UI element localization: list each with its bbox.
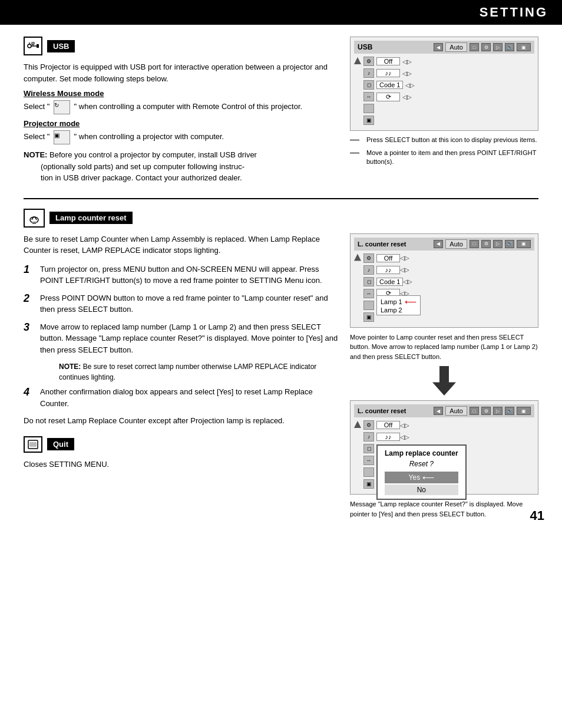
projector-text: Select " ▣ " when controlling a projecto… [24,130,338,144]
quit-description: Closes SETTING MENU. [24,459,338,470]
row-icon-2: ♪ [363,68,374,78]
down-arrow-block [350,366,538,396]
ld1-icon-3: ⚙ [481,240,491,248]
ld1-icon-1: ◀ [434,240,443,248]
step-1: 1 Turn projector on, press MENU button a… [24,263,338,286]
lamp-section: Lamp counter reset Be sure to reset Lamp… [24,209,538,524]
reset-dialog-title: Lamp replace counter [385,449,458,457]
svg-rect-5 [32,42,34,44]
step-2: 2 Press POINT DOWN button to move a red … [24,292,338,315]
lamp-diagram-1: L. counter reset ◀ Auto □ ⚙ ▷ 🔊 ▣ [350,233,538,328]
note-3-label: NOTE: [59,363,81,371]
reset-dialog: Lamp replace counter Reset ? Yes ⟵ No [376,444,467,500]
lamp-diagram-1-header: L. counter reset ◀ Auto □ ⚙ ▷ 🔊 ▣ [354,238,534,251]
ld1-r5-icon [363,301,374,310]
ld1-icon-4: ▷ [493,240,503,248]
ld1-r1-val: Off [376,254,400,262]
wireless-mouse-icon: ↻ [54,100,70,114]
svg-point-0 [28,44,31,48]
auto-badge: Auto [445,42,467,52]
quit-section: Quit Closes SETTING MENU. [24,436,338,470]
wireless-text: Select " ↻ " when controlling a computer… [24,100,338,114]
diagram-icon-4: ▷ [493,43,503,51]
svg-rect-8 [32,223,36,224]
step-4-text: Another confirmation dialog box appears … [40,386,338,409]
row-arrow-4: ◁▷ [402,94,412,100]
usb-diagram-label: USB [358,43,431,51]
ld2-r2-val: ♪♪ [376,433,400,441]
lamp-intro: Be sure to reset Lamp Counter when Lamp … [24,233,338,256]
diagram-icon-6: ▣ [517,43,531,51]
quit-title-box: Quit [24,436,74,453]
ld2-auto: Auto [445,406,467,416]
usb-row-1: ⚙ Off ◁▷ [363,56,534,67]
diagram-icon-1: ◀ [434,43,443,51]
lamp-title-box: Lamp counter reset [24,209,133,228]
step-4: 4 Another confirmation dialog box appear… [24,386,338,409]
ld1-r4-icon: ↔ [363,289,374,298]
ld1-row-3: ◻ Code 1 ◁▷ [363,276,534,287]
note-3: NOTE: Be sure to reset correct lamp numb… [24,361,338,383]
lamp-diagram-2-header: L. counter reset ◀ Auto □ ⚙ ▷ 🔊 ▣ [354,404,534,417]
note-label: NOTE: [24,150,47,159]
usb-right-col: USB ◀ Auto □ ⚙ ▷ 🔊 ▣ [350,37,538,189]
ld1-r3-val: Code 1 [376,278,403,286]
ld2-r1-icon: ⚙ [363,420,374,430]
big-down-arrow [432,366,456,396]
diagram-icon-3: ⚙ [481,43,491,51]
ld2-icon-4: ▷ [493,407,503,415]
row-arrow-3: ◁▷ [405,82,415,88]
row-val-2: ♪♪ [376,69,400,77]
row-icon-1: ⚙ [363,57,374,66]
header-title: SETTING [480,5,548,19]
note-3-text: Be sure to reset correct lamp number oth… [59,363,316,381]
ld2-icon-6: ▣ [517,407,531,415]
ld2-icon-2: □ [470,407,479,415]
row-icon-5 [363,104,374,113]
ld1-icon-5: 🔊 [505,240,514,248]
lamp-footer: Do not reset Lamp Replace Counter except… [24,415,338,427]
ld1-row-6: ▣ [363,312,534,322]
row-arrow-2: ◁▷ [402,70,412,77]
quit-icon [24,436,42,453]
step-4-num: 4 [24,386,34,399]
callout-2-line: — Move a pointer to item and then press … [350,149,538,167]
ld2-row-5: Lamp replace counter Reset ? Yes ⟵ No [363,467,534,477]
usb-left-col: USB This Projector is equipped with USB … [24,37,338,189]
row-arrow-1: ◁▷ [402,58,412,65]
lamp-left-col: Be sure to reset Lamp Counter when Lamp … [24,233,338,524]
usb-row-5 [363,103,534,114]
usb-row-2: ♪ ♪♪ ◁▷ [363,68,534,78]
ld1-icon-2: □ [470,240,479,248]
lamp-d2-note: Message "Lamp replace counter Reset?" is… [350,499,538,519]
row-val-3: Code 1 [376,81,403,89]
callout-2-text: Move a pointer to item and then press PO… [366,149,538,167]
usb-note: NOTE: Before you control a projector by … [24,149,338,184]
ld2-r2-icon: ♪ [363,432,374,442]
ld2-icon-3: ⚙ [481,407,491,415]
diagram-icon-5: 🔊 [505,43,514,51]
lamp-diagram-1-body: ⚙ Off ◁▷ ♪ ♪♪ ◁▷ ◻ Code 1 [354,253,534,324]
ld2-r3-icon: ◻ [363,444,374,453]
ld2-icon-1: ◀ [434,407,443,415]
ld2-r5-icon [363,467,374,477]
lamp-d2-rows: ⚙ Off ◁▷ ♪ ♪♪ ◁▷ ◻ Code 1 [363,420,534,490]
usb-row-4: ↔ ⟳ ◁▷ [363,91,534,102]
lamp-d1-rows: ⚙ Off ◁▷ ♪ ♪♪ ◁▷ ◻ Code 1 [363,253,534,324]
row-icon-6: ▣ [363,116,374,125]
svg-rect-2 [37,44,39,48]
ld1-row-2: ♪ ♪♪ ◁▷ [363,265,534,275]
lamp-1-option: Lamp 1 ⟵ [381,297,416,307]
separator [24,198,538,199]
ld1-r2-val: ♪♪ [376,266,400,274]
reset-dialog-subtitle: Reset ? [385,460,458,468]
row-val-1: Off [376,57,400,65]
ld2-r6-icon: ▣ [363,479,374,489]
ld1-row-5: Lamp 1 ⟵ Lamp 2 [363,300,534,311]
lamp-diagram-2: L. counter reset ◀ Auto □ ⚙ ▷ 🔊 ▣ [350,400,538,495]
lamp-diagram-2-body: ⚙ Off ◁▷ ♪ ♪♪ ◁▷ ◻ Code 1 [354,420,534,490]
callout-1-text: Press SELECT button at this icon to disp… [366,136,537,144]
step-1-text: Turn projector on, press MENU button and… [40,263,338,286]
wireless-title: Wireless Mouse mode [24,89,338,98]
ld1-row-1: ⚙ Off ◁▷ [363,253,534,263]
